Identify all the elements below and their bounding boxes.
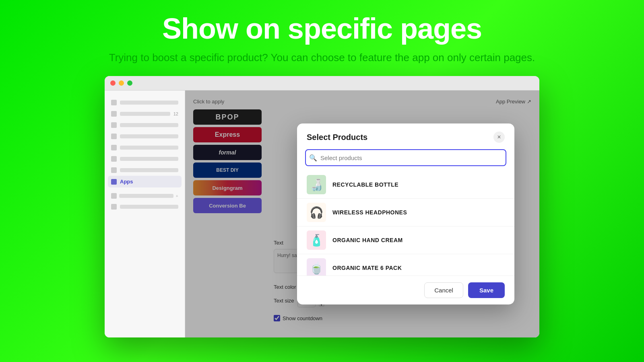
online-store-icon: [111, 204, 117, 210]
sidebar-item-label: [120, 168, 178, 172]
analytics-icon: [111, 145, 117, 150]
cancel-button[interactable]: Cancel: [424, 282, 463, 298]
sidebar-item-discounts[interactable]: [105, 165, 185, 176]
product-item[interactable]: 🍵ORGANIC MATE 6 PACK: [297, 254, 514, 276]
sidebar-item-customers[interactable]: [105, 131, 185, 142]
sidebar-item-label: [120, 134, 178, 138]
product-thumb-icon: 🍶: [310, 178, 324, 191]
product-name: WIRELESS HEADPHONES: [332, 209, 407, 216]
app-content: 12 Apps: [105, 90, 539, 337]
sidebar-item-apps[interactable]: Apps: [108, 176, 182, 187]
orders-badge: 12: [173, 111, 178, 116]
section-expand-icon[interactable]: +: [176, 193, 178, 198]
sidebar-item-orders[interactable]: 12: [105, 108, 185, 119]
sidebar-item-label: [120, 123, 178, 127]
section-label: [119, 194, 173, 198]
select-products-modal: Select Products × 🔍 🍶RECYCLABLE BOTTLE🎧W…: [297, 123, 514, 304]
sidebar-item-sales[interactable]: [105, 97, 185, 108]
mac-maximize-button[interactable]: [127, 80, 132, 86]
mac-close-button[interactable]: [110, 80, 116, 86]
product-thumbnail: 🍶: [307, 175, 326, 194]
section-icon: [111, 193, 117, 199]
mac-minimize-button[interactable]: [119, 80, 124, 86]
sales-icon: [111, 100, 117, 105]
product-name: ORGANIC HAND CREAM: [332, 237, 403, 243]
modal-search: 🔍: [305, 149, 506, 166]
product-item[interactable]: 🍶RECYCLABLE BOTTLE: [297, 171, 514, 199]
sidebar: 12 Apps: [105, 90, 185, 337]
sidebar-item-label: [120, 101, 178, 105]
sidebar-section-sales-channels: +: [105, 187, 185, 201]
apps-icon: [111, 179, 117, 185]
marketing-icon: [111, 156, 117, 162]
sidebar-item-label: [120, 112, 170, 116]
discounts-icon: [111, 167, 117, 173]
sidebar-item-marketing[interactable]: [105, 153, 185, 165]
product-name: RECYCLABLE BOTTLE: [332, 181, 398, 188]
mac-titlebar: [105, 76, 539, 90]
products-icon: [111, 122, 117, 128]
save-button[interactable]: Save: [468, 282, 505, 298]
main-content: Click to apply BPOP Express formal BEST …: [185, 90, 539, 337]
sidebar-item-label: [120, 205, 178, 209]
product-thumb-icon: 🍵: [310, 261, 324, 275]
product-item[interactable]: 🎧WIRELESS HEADPHONES: [297, 199, 514, 226]
product-thumb-icon: 🎧: [310, 206, 324, 219]
customers-icon: [111, 134, 117, 139]
product-search-input[interactable]: [305, 149, 506, 166]
sidebar-item-analytics[interactable]: [105, 142, 185, 153]
product-name: ORGANIC MATE 6 PACK: [332, 265, 402, 271]
page-title: Show on specific pages: [162, 12, 482, 45]
sidebar-item-label: [120, 146, 178, 150]
sidebar-item-label: [120, 157, 178, 161]
product-list: 🍶RECYCLABLE BOTTLE🎧WIRELESS HEADPHONES🧴O…: [297, 171, 514, 276]
mac-window: 12 Apps: [105, 76, 539, 337]
orders-icon: [111, 111, 117, 117]
modal-header: Select Products ×: [297, 123, 514, 149]
product-thumbnail: 🍵: [307, 258, 326, 276]
product-thumbnail: 🎧: [307, 203, 326, 222]
modal-footer: Cancel Save: [297, 276, 514, 304]
modal-title: Select Products: [307, 133, 367, 142]
page-subtitle: Trying to boost a specific product? You …: [109, 51, 535, 64]
product-item[interactable]: 🧴ORGANIC HAND CREAM: [297, 226, 514, 254]
sidebar-item-products[interactable]: [105, 119, 185, 131]
sidebar-apps-label: Apps: [120, 179, 133, 185]
modal-close-button[interactable]: ×: [493, 132, 505, 143]
search-icon: 🔍: [309, 154, 317, 162]
product-thumb-icon: 🧴: [310, 234, 324, 247]
product-thumbnail: 🧴: [307, 230, 326, 250]
sidebar-item-online-store[interactable]: [105, 201, 185, 212]
